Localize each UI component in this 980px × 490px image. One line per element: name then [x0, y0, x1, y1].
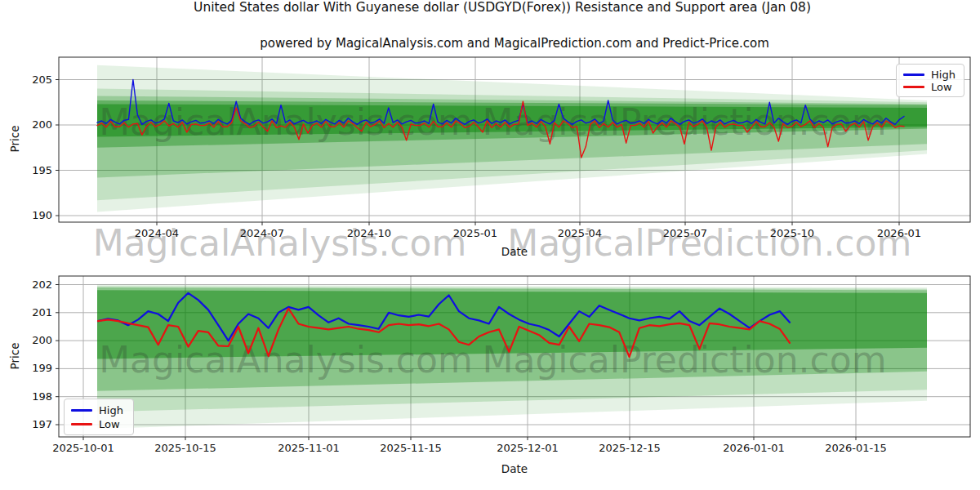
bottom-legend-high-label: High — [99, 405, 123, 416]
bottom-legend: High Low — [64, 399, 134, 435]
bottom-legend-low-label: Low — [99, 419, 120, 430]
y-tick-label: 199 — [16, 362, 52, 374]
watermark-text: MagicalAnalysis.com — [99, 339, 473, 381]
x-tick-label: 2025-07 — [648, 227, 722, 239]
low-line-swatch — [903, 86, 924, 88]
y-tick-label: 200 — [16, 334, 52, 346]
y-tick-label: 200 — [16, 118, 52, 131]
x-tick-label: 2025-10 — [755, 227, 829, 239]
bottom-xlabel-date: Date — [490, 462, 539, 475]
x-tick-label: 2025-10-01 — [47, 442, 120, 454]
watermark-text: MagicalPrediction.com — [483, 339, 887, 381]
bottom-legend-low: Low — [71, 417, 127, 431]
top-legend-high: High — [903, 69, 957, 81]
top-legend-low: Low — [903, 81, 957, 93]
x-tick-label: 2026-01 — [862, 227, 936, 239]
y-tick-label: 202 — [16, 278, 52, 291]
high-line-swatch — [903, 74, 924, 76]
top-legend-low-label: Low — [931, 82, 952, 93]
y-tick-label: 198 — [16, 390, 52, 403]
axes-subtitle: powered by MagicalAnalysis.com and Magic… — [0, 36, 980, 51]
low-line-swatch — [71, 423, 92, 425]
x-tick-label: 2025-11-01 — [272, 442, 345, 454]
x-tick-label: 2025-04 — [543, 227, 617, 239]
y-tick-label: 201 — [16, 306, 52, 318]
top-xlabel-date: Date — [490, 245, 539, 258]
bottom-legend-high: High — [71, 403, 127, 417]
y-tick-label: 197 — [16, 418, 52, 430]
figure: MagicalAnalysis.comMagicalPrediction.com… — [0, 0, 980, 490]
y-tick-label: 195 — [16, 164, 52, 176]
y-tick-label: 205 — [16, 74, 52, 86]
x-tick-label: 2026-01-01 — [717, 442, 791, 454]
x-tick-label: 2024-07 — [225, 227, 299, 239]
x-tick-label: 2024-04 — [120, 227, 194, 239]
high-line-swatch — [71, 409, 92, 412]
x-tick-label: 2025-01 — [439, 227, 512, 239]
x-tick-label: 2025-12-15 — [593, 442, 666, 454]
x-tick-label: 2025-11-15 — [374, 442, 448, 454]
x-tick-label: 2025-12-01 — [491, 442, 564, 454]
x-tick-label: 2024-10 — [332, 227, 406, 239]
x-tick-label: 2025-10-15 — [149, 442, 222, 454]
y-tick-label: 190 — [16, 209, 52, 221]
top-legend-high-label: High — [931, 69, 956, 81]
top-legend: High Low — [896, 64, 964, 97]
figure-title: United States dollar With Guyanese dolla… — [0, 0, 980, 15]
x-tick-label: 2026-01-15 — [819, 442, 893, 454]
